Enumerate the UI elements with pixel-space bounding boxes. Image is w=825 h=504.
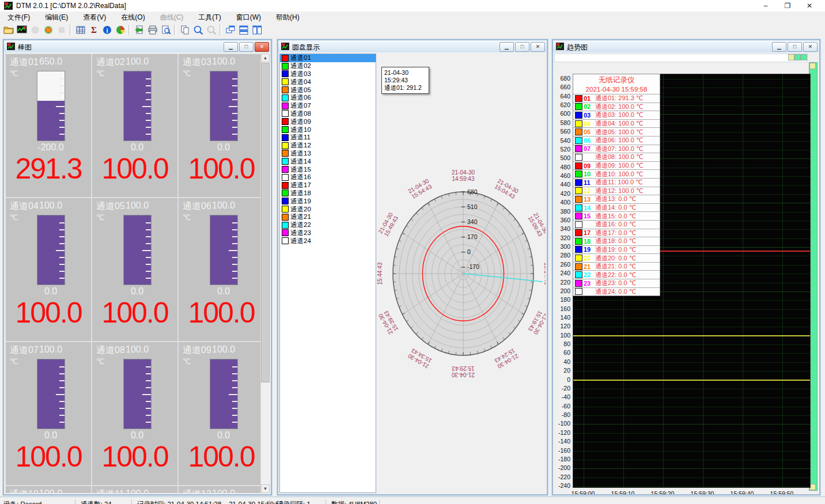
channel-list-item[interactable]: 通道05 (280, 86, 376, 94)
trend-minimize-button[interactable]: ▁ (772, 42, 786, 52)
print-icon[interactable] (146, 24, 159, 36)
gauge-bar (37, 215, 65, 285)
bar-scrollbar[interactable]: ▲ ▼ (260, 54, 270, 493)
legend-row: 03通道03: 100.0 ℃ (573, 111, 660, 119)
gauge-tick (142, 250, 151, 251)
legend-row: 05通道05: 100.0 ℃ (573, 127, 660, 136)
legend-channel-number: 07 (584, 145, 595, 152)
channel-label: 通道11 (290, 133, 311, 142)
trend-y-tick-label: 80 (554, 340, 570, 347)
record-active-icon[interactable] (41, 24, 55, 36)
realtime-monitor-icon[interactable] (15, 24, 28, 36)
gauge-bar (37, 359, 65, 429)
print-preview-icon[interactable] (159, 24, 172, 36)
channel-list-item[interactable]: 通道06 (280, 94, 376, 102)
minimize-button[interactable]: – (755, 0, 777, 12)
pie-chart-icon[interactable] (113, 24, 127, 36)
close-button[interactable]: ✕ (798, 0, 820, 12)
channel-list-item[interactable]: 通道02 (280, 62, 376, 70)
channel-label: 通道09 (290, 118, 311, 126)
menu-w[interactable]: 窗口(W) (229, 12, 268, 24)
trend-y-tick-label: 380 (554, 208, 570, 215)
bar-minimize-button[interactable]: ▁ (224, 42, 238, 52)
channel-list-item[interactable]: 通道11 (280, 134, 376, 142)
channel-list-item[interactable]: 通道24 (280, 237, 376, 245)
main-titlebar: DTM 2.0.1 [C:\DTM 2.0.2\RealData] – ❐ ✕ (0, 0, 825, 12)
disc-close-button[interactable]: ✕ (531, 42, 545, 52)
trend-y-tick-label: 220 (554, 279, 570, 286)
channel-list-item[interactable]: 通道10 (280, 126, 376, 134)
open-folder-icon[interactable] (2, 24, 15, 36)
gauge-tick (59, 229, 65, 230)
menu-v[interactable]: 查看(V) (75, 12, 113, 24)
menu-f[interactable]: 文件(F) (0, 12, 37, 24)
legend-color-swatch (575, 263, 582, 270)
legend-channel-number: 05 (584, 128, 595, 135)
hscroll-button[interactable] (794, 54, 801, 60)
menu-o[interactable]: 在线(O) (113, 12, 152, 24)
channel-list-item[interactable]: 通道13 (280, 150, 376, 158)
bar-window-titlebar[interactable]: 棒图 ▁ □ ✕ (4, 40, 271, 53)
hscroll-button[interactable] (801, 54, 807, 60)
channel-list-item[interactable]: 通道15 (280, 165, 376, 173)
data-table-icon[interactable] (74, 24, 87, 36)
legend-channel-value: 通道06: 100.0 ℃ (595, 136, 643, 145)
gauge-tick (146, 366, 151, 367)
disc-maximize-button[interactable]: □ (515, 42, 529, 52)
trend-hscrollbar[interactable] (554, 54, 808, 62)
channel-list-item[interactable]: 通道18 (280, 190, 376, 198)
polar-radial-label: 510 (467, 203, 478, 210)
scroll-up-icon[interactable]: ▲ (261, 54, 270, 62)
channel-list-item[interactable]: 通道08 (280, 110, 376, 118)
channel-list-item[interactable]: 通道20 (280, 205, 376, 213)
legend-channel-value: 通道07: 100.0 ℃ (595, 145, 643, 153)
hscroll-button[interactable] (788, 54, 794, 60)
disc-minimize-button[interactable]: ▁ (499, 42, 514, 52)
gauge-channel-name: 通道08 (96, 344, 124, 355)
gauge-tick (59, 127, 65, 128)
channel-color-swatch (282, 134, 289, 141)
channel-list-item[interactable]: 通道01 (280, 54, 376, 62)
disc-window-titlebar[interactable]: 圆盘显示 ▁ □ ✕ (278, 40, 547, 53)
channel-list-item[interactable]: 通道16 (280, 173, 376, 181)
channel-list-item[interactable]: 通道21 (280, 213, 376, 221)
scroll-down-icon[interactable]: ▼ (261, 484, 270, 493)
channel-list-item[interactable]: 通道17 (280, 181, 376, 190)
channel-list-item[interactable]: 通道09 (280, 118, 376, 126)
trend-x-tick-label: 15:59:00 (567, 490, 599, 494)
trend-maximize-button[interactable]: □ (788, 42, 802, 52)
restore-button[interactable]: ❐ (777, 0, 798, 12)
scroll-thumb[interactable] (261, 63, 270, 382)
channel-list-item[interactable]: 通道23 (280, 229, 376, 237)
gauge-tick (146, 387, 151, 388)
channel-list-item[interactable]: 通道04 (280, 78, 376, 86)
tile-horizontal-icon[interactable] (237, 24, 250, 36)
channel-list-item[interactable]: 通道14 (280, 157, 376, 165)
menu-e[interactable]: 编辑(E) (37, 12, 75, 24)
gauge-tick (232, 401, 237, 402)
zoom-icon[interactable] (191, 24, 205, 36)
bar-close-button[interactable]: ✕ (255, 42, 269, 52)
channel-list-item[interactable]: 通道22 (280, 221, 376, 229)
info-icon[interactable]: i (100, 24, 113, 36)
bar-maximize-button[interactable]: □ (239, 42, 253, 52)
gauge-tick (146, 257, 151, 258)
gauge-reading: 100.0 (92, 152, 177, 185)
tile-vertical-icon[interactable] (250, 24, 263, 36)
cascade-windows-icon[interactable] (224, 24, 237, 36)
vscroll-button[interactable] (809, 63, 816, 69)
channel-list-item[interactable]: 通道12 (280, 142, 376, 150)
menu-h[interactable]: 帮助(H) (268, 12, 307, 24)
menu-t[interactable]: 工具(T) (191, 12, 228, 24)
channel-color-swatch (282, 182, 289, 189)
export-icon[interactable] (133, 24, 146, 36)
gauge-tick (146, 408, 151, 409)
copy-icon[interactable] (178, 24, 191, 36)
sigma-statistics-icon[interactable]: Σ (87, 24, 100, 36)
channel-list-item[interactable]: 通道19 (280, 197, 376, 205)
trend-close-button[interactable]: ✕ (803, 42, 818, 52)
channel-list-item[interactable]: 通道03 (280, 70, 376, 78)
trend-y-tick-label: 180 (554, 296, 570, 303)
trend-window-titlebar[interactable]: 趋势图 ▁ □ ✕ (553, 40, 819, 53)
channel-list-item[interactable]: 通道07 (280, 102, 376, 110)
